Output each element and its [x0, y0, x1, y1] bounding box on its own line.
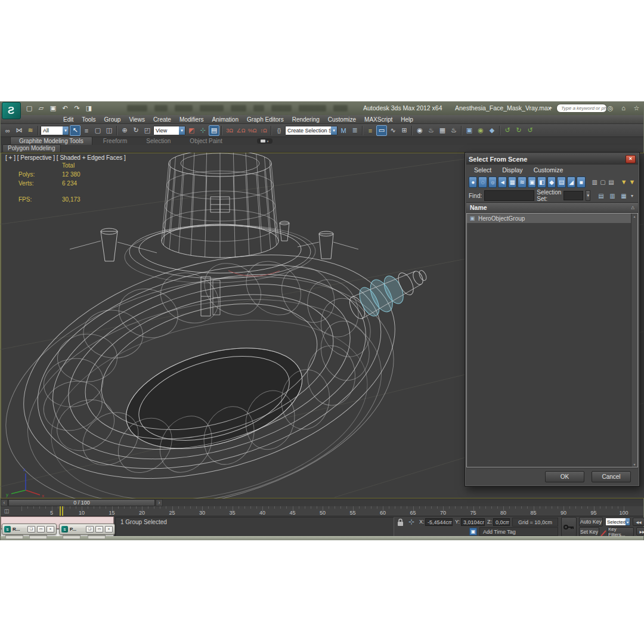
window-crossing-toggle-icon[interactable]: ◫ [104, 125, 114, 136]
select-by-name-icon[interactable]: ≡ [81, 125, 92, 136]
select-and-move-icon[interactable]: ⊕ [119, 125, 130, 136]
filter-combinations-icon[interactable]: ▼ [628, 177, 636, 187]
ribbon-display-toggle-icon[interactable]: ▾ [257, 138, 273, 144]
dialog-menu-item[interactable]: Select [469, 166, 497, 174]
cancel-button[interactable]: Cancel [592, 471, 631, 482]
bind-to-space-warp-icon[interactable]: ≋ [25, 125, 36, 136]
close-icon[interactable]: × [626, 155, 636, 163]
filter-icon[interactable]: ▼ [620, 177, 627, 187]
display-bone-objects-icon[interactable]: ◆ [547, 177, 556, 188]
dialog-menu-item[interactable]: Display [497, 166, 528, 174]
edit-named-selection-sets-icon[interactable]: {} [274, 125, 284, 136]
display-frozen-objects-icon[interactable]: ■ [577, 177, 585, 188]
display-containers-icon[interactable]: ▤ [557, 177, 565, 188]
add-time-tag-button[interactable]: Add Time Tag [479, 527, 558, 536]
save-file-icon[interactable]: ▣ [48, 103, 58, 113]
manage-layers-icon[interactable]: ≡ [365, 125, 376, 136]
display-space-warps-icon[interactable]: ≋ [518, 177, 526, 188]
select-and-manipulate-icon[interactable]: ⊹ [197, 125, 208, 136]
x-coordinate-field[interactable]: -5,4544cm [425, 518, 453, 526]
project-switch-icon[interactable]: ◨ [84, 103, 94, 113]
display-children-icon[interactable]: ▥ [591, 177, 598, 187]
container-sync-icon[interactable]: ↺ [525, 125, 535, 136]
menu-item[interactable]: Tools [78, 116, 100, 123]
undo-icon[interactable]: ↶ [60, 103, 70, 113]
selection-lock-icon[interactable] [397, 518, 404, 529]
spinner-snap-icon[interactable]: ↕Ω [258, 125, 269, 136]
menu-item[interactable]: Rendering [288, 116, 324, 123]
menu-item[interactable]: Create [149, 116, 175, 123]
maximize-icon[interactable]: ▭ [95, 526, 103, 532]
tab-polygon-modeling[interactable]: Polygon Modeling [2, 144, 61, 152]
minimized-window-p[interactable]: s P... ❏ ▭ × [59, 524, 115, 535]
ribbon-tab[interactable]: Object Paint [181, 137, 230, 145]
list-item[interactable]: ▣ HeroObjectGroup [467, 213, 637, 223]
align-icon[interactable]: ≣ [349, 125, 360, 136]
next-frame-button[interactable]: › [156, 499, 163, 506]
mirror-icon[interactable]: M [338, 125, 349, 136]
paste-named-selection-icon[interactable]: ▥ [608, 191, 617, 200]
display-helpers-icon[interactable]: ▦ [508, 177, 516, 188]
schematic-view-icon[interactable]: ⊞ [399, 125, 410, 136]
menu-item[interactable]: Edit [59, 116, 78, 123]
menu-item[interactable]: Customize [324, 116, 360, 123]
close-icon[interactable]: × [47, 526, 54, 532]
display-geometry-icon[interactable]: ● [469, 177, 477, 188]
rendered-frame-window-icon[interactable]: ▦ [437, 125, 448, 136]
container-reload-icon[interactable]: ↺ [502, 125, 513, 136]
ribbon-tab[interactable]: Freeform [95, 137, 136, 145]
name-column-header[interactable]: Name △ [466, 202, 638, 213]
copy-named-selection-icon[interactable]: ▤ [596, 191, 606, 200]
application-menu-button[interactable]: S [2, 102, 21, 119]
set-key-button[interactable]: Set Key [579, 527, 599, 537]
percent-snap-icon[interactable]: %Ω [247, 125, 258, 136]
infocenter-expand-icon[interactable]: ▸ [550, 105, 552, 110]
menu-item[interactable]: MAXScript [360, 116, 397, 123]
favorites-icon[interactable]: ☆ [631, 103, 642, 113]
z-coordinate-field[interactable]: 0,0cm [493, 518, 510, 526]
selection-set-field[interactable] [564, 191, 583, 200]
named-selection-set-dropdown[interactable]: Create Selection Se [285, 126, 338, 135]
keyboard-override-toggle-icon[interactable]: ▤ [209, 125, 219, 136]
infocenter-search-input[interactable] [556, 104, 607, 113]
select-and-scale-icon[interactable]: ◰ [142, 125, 153, 136]
menu-item[interactable]: Group [100, 116, 125, 123]
selection-filter-dropdown[interactable]: All [41, 126, 69, 135]
menu-item[interactable]: Graph Editors [243, 116, 288, 123]
previous-frame-button[interactable]: ‹ [1, 499, 8, 506]
time-slider-handle[interactable]: 0 / 100 [8, 499, 155, 506]
set-keys-button[interactable] [561, 517, 577, 537]
dialog-expand-icon[interactable]: ▾ [631, 193, 636, 199]
select-object-icon[interactable]: ↖ [70, 125, 80, 136]
edit-named-selection-icon[interactable]: ▦ [619, 191, 628, 200]
ribbon-tab[interactable]: Selection [138, 137, 179, 145]
container-update-icon[interactable]: ↻ [513, 125, 524, 136]
select-and-rotate-icon[interactable]: ↻ [131, 125, 141, 136]
ribbon-tab[interactable]: Graphite Modeling Tools [10, 137, 92, 145]
menu-item[interactable]: Help [397, 116, 417, 123]
y-coordinate-field[interactable]: 3,0104cm [461, 518, 485, 526]
display-groups-icon[interactable]: ▣ [528, 177, 536, 188]
render-setup-icon[interactable]: ♨ [426, 125, 436, 136]
graphite-ribbon-toggle-icon[interactable]: ▭ [376, 125, 387, 136]
menu-item[interactable]: Views [125, 116, 149, 123]
communication-center-icon[interactable]: ⌂ [618, 103, 628, 113]
selection-set-dropdown-icon[interactable]: ▾ [586, 190, 590, 201]
menu-item[interactable]: Modifiers [175, 116, 208, 123]
time-tag-icon[interactable]: ▣ [469, 528, 477, 535]
mini-curve-editor-button[interactable]: ◫ [2, 507, 11, 515]
time-slider-track[interactable]: ‹ 0 / 100 › [1, 499, 643, 506]
select-and-link-icon[interactable]: ∞ [2, 125, 13, 136]
display-cameras-icon[interactable]: ◄ [498, 177, 506, 188]
key-filters-button[interactable]: Key Filters... [608, 527, 634, 537]
dialog-title-bar[interactable]: Select From Scene × [466, 154, 638, 165]
go-to-end-button[interactable]: ▶▶ [636, 527, 644, 535]
menu-item[interactable]: Animation [208, 116, 242, 123]
find-input[interactable] [484, 190, 534, 201]
key-selection-dropdown[interactable]: Selected [605, 518, 630, 526]
minimized-window-r[interactable]: s R... ❏ ▭ × [2, 524, 57, 535]
container-edit-icon[interactable]: ◆ [487, 125, 497, 136]
ok-button[interactable]: OK [545, 471, 584, 482]
track-bar[interactable]: ◫ 51015202530354045505560657075808590951… [1, 506, 643, 516]
list-scrollbar[interactable]: ▴ ▾ [631, 213, 637, 467]
